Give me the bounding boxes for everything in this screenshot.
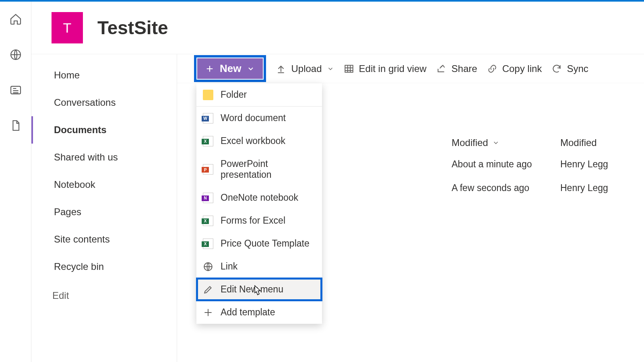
menu-item-label: Add template <box>221 307 275 318</box>
nav-recycle-bin[interactable]: Recycle bin <box>31 253 177 280</box>
share-button[interactable]: Share <box>436 63 477 74</box>
menu-item-label: OneNote notebook <box>221 192 298 203</box>
sync-button[interactable]: Sync <box>551 63 588 74</box>
cell-modified: About a minute ago <box>452 159 544 170</box>
library-pane: New Upload Edit in grid view <box>177 54 644 362</box>
column-modified[interactable]: Modified <box>452 137 544 148</box>
nav-site-contents[interactable]: Site contents <box>31 226 177 253</box>
cell-modified: A few seconds ago <box>452 183 544 193</box>
cell-modified-by: Henry Legg <box>560 159 641 170</box>
new-button-label: New <box>220 62 241 75</box>
new-menu-folder[interactable]: Folder <box>196 83 322 107</box>
menu-item-label: PowerPoint presentation <box>221 158 316 180</box>
column-modified-by[interactable]: Modified <box>560 137 641 148</box>
globe-icon <box>203 261 213 272</box>
menu-item-label: Edit New menu <box>221 284 283 295</box>
new-menu-forms[interactable]: X Forms for Excel <box>196 209 322 232</box>
nav-home[interactable]: Home <box>31 62 177 89</box>
word-icon: W <box>203 113 213 123</box>
upload-icon <box>276 64 286 74</box>
chevron-down-icon <box>327 65 334 72</box>
copy-link-button[interactable]: Copy link <box>487 63 542 74</box>
site-header: T TestSite <box>31 2 644 54</box>
site-title[interactable]: TestSite <box>97 17 168 39</box>
new-button[interactable]: New <box>197 58 263 79</box>
excel-icon: X <box>203 136 213 146</box>
onenote-icon: N <box>203 193 213 203</box>
new-menu-edit[interactable]: Edit New menu <box>196 278 322 301</box>
link-icon <box>487 64 497 74</box>
site-nav: Home Conversations Documents Shared with… <box>31 54 177 362</box>
chevron-down-icon <box>247 65 255 73</box>
command-bar: New Upload Edit in grid view <box>177 54 644 83</box>
copy-link-label: Copy link <box>502 63 542 74</box>
nav-conversations[interactable]: Conversations <box>31 89 177 116</box>
new-menu-link[interactable]: Link <box>196 255 322 278</box>
nav-documents[interactable]: Documents <box>31 116 177 144</box>
new-menu-excel[interactable]: X Excel workbook <box>196 130 322 152</box>
main: T TestSite Home Conversations Documents … <box>31 2 644 362</box>
sync-icon <box>551 64 562 74</box>
plus-icon <box>205 64 214 73</box>
powerpoint-icon: P <box>203 164 213 175</box>
column-label: Modified <box>452 137 488 148</box>
news-icon[interactable] <box>9 84 22 97</box>
nav-pages[interactable]: Pages <box>31 198 177 226</box>
nav-edit-link[interactable]: Edit <box>31 280 177 301</box>
new-menu: Folder W Word document X Excel workbook … <box>196 83 322 324</box>
menu-item-label: Folder <box>221 89 247 100</box>
share-icon <box>436 64 447 74</box>
document-icon[interactable] <box>9 119 22 132</box>
svg-rect-2 <box>345 65 353 72</box>
menu-item-label: Excel workbook <box>221 136 285 146</box>
grid-view-button[interactable]: Edit in grid view <box>344 63 427 74</box>
menu-item-label: Forms for Excel <box>221 215 285 226</box>
menu-item-label: Link <box>221 261 237 272</box>
new-menu-onenote[interactable]: N OneNote notebook <box>196 186 322 209</box>
sync-label: Sync <box>567 63 588 74</box>
new-menu-word[interactable]: W Word document <box>196 107 322 130</box>
excel-icon: X <box>203 239 213 249</box>
menu-item-label: Word document <box>221 113 286 123</box>
new-menu-powerpoint[interactable]: P PowerPoint presentation <box>196 152 322 186</box>
new-button-highlight: New <box>194 55 266 82</box>
plus-icon <box>203 307 213 318</box>
upload-label: Upload <box>291 63 322 74</box>
app-rail <box>0 2 31 362</box>
upload-button[interactable]: Upload <box>276 63 334 74</box>
pencil-icon <box>203 284 213 295</box>
share-label: Share <box>452 63 477 74</box>
home-icon[interactable] <box>9 13 22 26</box>
nav-notebook[interactable]: Notebook <box>31 171 177 198</box>
column-label: Modified <box>560 137 597 148</box>
grid-label: Edit in grid view <box>359 63 427 74</box>
grid-icon <box>344 64 354 74</box>
menu-item-label: Price Quote Template <box>221 238 310 249</box>
new-menu-add-template[interactable]: Add template <box>196 301 322 324</box>
chevron-down-icon <box>492 139 500 146</box>
excel-icon: X <box>203 216 213 226</box>
globe-icon[interactable] <box>9 48 22 61</box>
cell-modified-by: Henry Legg <box>560 183 641 193</box>
site-logo[interactable]: T <box>52 12 83 43</box>
content: Home Conversations Documents Shared with… <box>31 54 644 362</box>
layout: T TestSite Home Conversations Documents … <box>0 2 644 362</box>
nav-shared[interactable]: Shared with us <box>31 144 177 171</box>
new-menu-price-quote[interactable]: X Price Quote Template <box>196 232 322 255</box>
folder-icon <box>203 90 213 100</box>
